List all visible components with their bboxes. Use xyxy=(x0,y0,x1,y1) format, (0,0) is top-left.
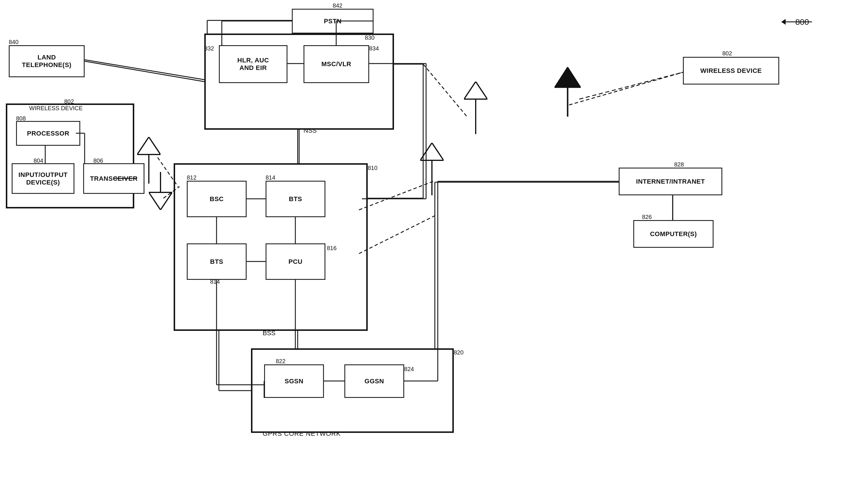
ref-814-top: 814 xyxy=(265,174,275,181)
input-output-label: INPUT/OUTPUTDEVICE(S) xyxy=(18,171,68,186)
processor-box: PROCESSOR xyxy=(16,121,80,146)
bsc-label: BSC xyxy=(210,195,224,203)
ref-802-right: 802 xyxy=(722,50,732,57)
svg-line-0 xyxy=(85,60,207,80)
ref-816: 816 xyxy=(327,245,337,252)
bss-label: BSS xyxy=(263,329,275,337)
ggsn-box: GGSN xyxy=(344,364,404,398)
antenna-left-bottom xyxy=(149,172,172,210)
svg-marker-36 xyxy=(420,143,444,160)
nss-label: NSS xyxy=(304,127,317,134)
svg-marker-34 xyxy=(464,82,487,99)
transceiver-label: TRANSCEIVER xyxy=(90,175,137,182)
bts-bottom-label: BTS xyxy=(210,258,224,266)
svg-line-69 xyxy=(579,72,683,99)
bts-top-label: BTS xyxy=(289,195,302,203)
ref-832: 832 xyxy=(204,45,214,52)
pstn-box: PSTN xyxy=(292,9,374,34)
input-output-box: INPUT/OUTPUTDEVICE(S) xyxy=(12,163,74,194)
figure-number-label: 800 xyxy=(795,17,809,26)
computers-box: COMPUTER(S) xyxy=(633,220,713,248)
ref-806: 806 xyxy=(93,157,103,164)
land-telephone-box: LANDTELEPHONE(S) xyxy=(9,45,85,77)
ref-834: 834 xyxy=(369,45,379,52)
ref-824: 824 xyxy=(404,366,414,373)
svg-marker-30 xyxy=(137,137,160,155)
land-telephone-label: LANDTELEPHONE(S) xyxy=(22,54,71,69)
bsc-box: BSC xyxy=(187,181,246,217)
bts-bottom-box: BTS xyxy=(187,244,246,280)
sgsn-label: SGSN xyxy=(285,377,303,385)
wireless-device2-label: WIRELESS DEVICE xyxy=(701,67,762,75)
pcu-box: PCU xyxy=(265,244,325,280)
ref-842: 842 xyxy=(333,2,342,9)
pcu-label: PCU xyxy=(289,258,303,266)
bts-top-box: BTS xyxy=(265,181,325,217)
hlr-label: HLR, AUCAND EIR xyxy=(237,57,269,72)
figure-number: 800 xyxy=(795,17,809,27)
internet-box: INTERNET/INTRANET xyxy=(619,168,722,195)
msc-box: MSC/VLR xyxy=(304,45,369,83)
internet-label: INTERNET/INTRANET xyxy=(636,178,705,185)
sgsn-box: SGSN xyxy=(264,364,324,398)
svg-line-42 xyxy=(85,61,204,82)
ref-820: 820 xyxy=(454,349,463,356)
processor-label: PROCESSOR xyxy=(27,130,69,137)
pstn-label: PSTN xyxy=(324,17,342,25)
ref-804: 804 xyxy=(34,157,43,164)
hlr-box: HLR, AUCAND EIR xyxy=(219,45,288,83)
wireless-device-outer-label: WIRELESS DEVICE xyxy=(29,105,83,112)
ref-808: 808 xyxy=(16,115,26,122)
diagram-container: PSTN 842 LANDTELEPHONE(S) 840 830 NSS HL… xyxy=(0,0,844,504)
transceiver-box: TRANSCEIVER xyxy=(83,163,144,194)
svg-marker-41 xyxy=(781,19,786,25)
ref-826: 826 xyxy=(642,214,652,220)
ref-802-left: 802 xyxy=(64,98,74,105)
ref-828: 828 xyxy=(674,161,684,168)
svg-marker-32 xyxy=(149,192,172,210)
ref-810: 810 xyxy=(368,165,377,172)
ref-830: 830 xyxy=(365,34,375,41)
wireless-device2-box: WIRELESS DEVICE xyxy=(683,57,779,85)
svg-line-73 xyxy=(359,216,435,254)
antenna-right xyxy=(420,143,444,195)
svg-line-20 xyxy=(423,64,467,116)
gprs-label: GPRS CORE NETWORK xyxy=(263,430,341,437)
ref-814-bottom: 814 xyxy=(210,278,220,285)
antenna-wireless-device2 xyxy=(554,67,581,116)
antenna-center-top xyxy=(464,82,487,134)
ref-812: 812 xyxy=(187,174,196,181)
msc-label: MSC/VLR xyxy=(321,60,351,68)
svg-line-21 xyxy=(569,71,686,105)
svg-marker-38 xyxy=(554,67,581,87)
ggsn-label: GGSN xyxy=(364,377,384,385)
computers-label: COMPUTER(S) xyxy=(650,230,697,238)
ref-822: 822 xyxy=(276,358,286,365)
ref-840: 840 xyxy=(9,39,18,46)
